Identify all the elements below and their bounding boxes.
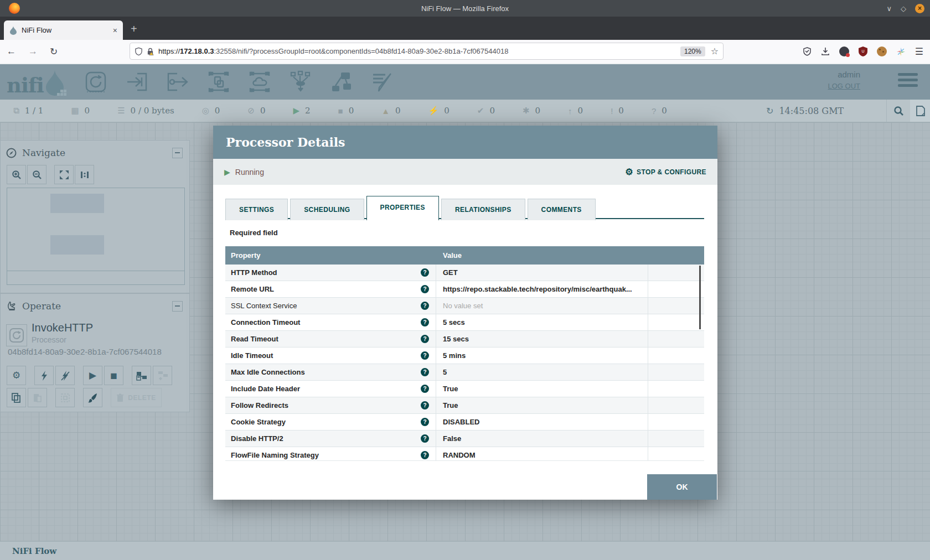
table-row[interactable]: FlowFile Naming Strategy? RANDOM [225, 447, 704, 461]
table-row[interactable]: Cookie Strategy? DISABLED [225, 414, 704, 431]
pinwheel-extension-icon[interactable] [896, 47, 906, 56]
dialog-tab[interactable]: SETTINGS [225, 199, 288, 220]
status-item: ▦ 0 [71, 106, 90, 116]
help-icon[interactable]: ? [421, 285, 429, 293]
group-icon [60, 393, 70, 403]
firefox-menu-button[interactable]: ☰ [915, 46, 923, 58]
table-row[interactable]: SSL Context Service? No value set [225, 298, 704, 314]
table-row[interactable]: Include Date Header? True [225, 381, 704, 397]
zoom-actual-size-button[interactable] [75, 165, 94, 184]
start-button[interactable]: ▶ [83, 366, 102, 385]
shield-permissions-icon[interactable] [135, 47, 143, 56]
color-button[interactable] [83, 388, 102, 407]
table-scrollbar[interactable] [699, 266, 701, 329]
window-maximize-icon[interactable]: ◇ [901, 4, 906, 13]
group-button[interactable] [55, 388, 75, 407]
property-value: True [436, 397, 648, 413]
zoom-fit-button[interactable] [54, 165, 74, 184]
bulletin-board-button[interactable] [910, 100, 930, 122]
cookie-extension-icon[interactable] [877, 46, 887, 56]
help-icon[interactable]: ? [421, 368, 429, 376]
table-row[interactable]: Idle Timeout? 5 mins [225, 348, 704, 364]
status-item: ⧉ 1 / 1 [13, 106, 43, 116]
downloads-icon[interactable] [821, 47, 830, 56]
table-row[interactable]: Max Idle Connections? 5 [225, 364, 704, 381]
status-icon: ☰ [117, 106, 125, 116]
status-item: ■ 0 [338, 106, 354, 116]
property-name: Connection Timeout [231, 318, 421, 326]
table-row[interactable]: Remote URL? https://repo.stackable.tech/… [225, 281, 704, 298]
url-text[interactable]: https://172.18.0.3:32558/nifi/?processGr… [158, 47, 680, 55]
property-name: SSL Context Service [231, 302, 421, 310]
configure-button[interactable]: ⚙ [7, 366, 26, 385]
ok-button[interactable]: OK [647, 474, 717, 500]
help-icon[interactable]: ? [421, 385, 429, 393]
help-icon[interactable]: ? [421, 335, 429, 343]
help-icon[interactable]: ? [421, 401, 429, 409]
url-bar[interactable]: https://172.18.0.3:32558/nifi/?processGr… [130, 43, 724, 60]
birdseye-minimap[interactable] [7, 188, 185, 285]
drag-funnel-icon[interactable] [288, 69, 313, 95]
help-icon[interactable]: ? [421, 434, 429, 443]
window-minimize-icon[interactable]: ∨ [886, 4, 892, 13]
help-icon[interactable]: ? [421, 451, 429, 459]
search-button[interactable] [886, 100, 910, 122]
zoom-out-button[interactable] [27, 165, 46, 184]
help-icon[interactable]: ? [421, 351, 429, 360]
stop-button[interactable]: ■ [104, 366, 123, 385]
new-tab-button[interactable]: + [131, 23, 137, 34]
nifi-drop-icon [44, 69, 69, 97]
forward-button[interactable]: → [28, 46, 38, 57]
help-icon[interactable]: ? [421, 318, 429, 326]
drag-processor-icon[interactable] [83, 69, 108, 95]
bookmark-star-icon[interactable]: ☆ [711, 46, 719, 56]
disable-button[interactable] [55, 366, 75, 385]
delete-button[interactable]: DELETE [111, 388, 162, 407]
drag-remote-process-group-icon[interactable] [247, 69, 272, 95]
reload-button[interactable]: ↻ [50, 46, 58, 58]
navigate-collapse-button[interactable] [172, 148, 183, 158]
window-close-button[interactable]: × [915, 4, 924, 13]
back-button[interactable]: ← [7, 46, 16, 57]
stop-and-configure-button[interactable]: ⚙ STOP & CONFIGURE [625, 167, 706, 177]
required-field-note: Required field [230, 229, 278, 237]
drag-input-port-icon[interactable] [124, 69, 149, 95]
page-zoom-badge[interactable]: 120% [680, 46, 705, 56]
help-icon[interactable]: ? [421, 302, 429, 310]
drag-process-group-icon[interactable] [206, 69, 231, 95]
dialog-tab[interactable]: COMMENTS [528, 199, 596, 220]
help-icon[interactable]: ? [421, 268, 429, 277]
table-row[interactable]: Read Timeout? 15 secs [225, 331, 704, 348]
paste-button[interactable] [28, 388, 47, 407]
lock-warning-icon[interactable] [147, 47, 154, 56]
refresh-icon[interactable]: ↻ [766, 106, 773, 116]
status-item: ? 0 [652, 106, 667, 116]
table-row[interactable]: Disable HTTP/2? False [225, 431, 704, 447]
dialog-tab[interactable]: PROPERTIES [366, 196, 439, 220]
drag-output-port-icon[interactable] [165, 69, 190, 95]
table-row[interactable]: Follow Redirects? True [225, 397, 704, 414]
drag-label-icon[interactable] [370, 69, 395, 95]
upload-template-button[interactable] [153, 366, 172, 385]
containers-extension-icon[interactable] [839, 46, 849, 56]
breadcrumb[interactable]: NiFi Flow [12, 546, 56, 556]
copy-button[interactable] [7, 388, 26, 407]
table-row[interactable]: HTTP Method? GET [225, 265, 704, 281]
enable-button[interactable] [34, 366, 54, 385]
logout-link[interactable]: LOG OUT [828, 82, 860, 90]
browser-tab[interactable]: NiFi Flow × [4, 20, 123, 40]
nifi-menu-button[interactable] [898, 73, 918, 87]
help-icon[interactable]: ? [421, 418, 429, 426]
table-row[interactable]: Connection Timeout? 5 secs [225, 314, 704, 331]
status-icon: ▲ [381, 106, 390, 116]
dialog-tab[interactable]: RELATIONSHIPS [441, 199, 525, 220]
pocket-icon[interactable] [803, 47, 812, 56]
dialog-tab[interactable]: SCHEDULING [290, 199, 364, 220]
tab-close-icon[interactable]: × [113, 26, 117, 35]
drag-template-icon[interactable] [329, 69, 354, 95]
status-value: 0 [444, 106, 450, 116]
ublock-extension-icon[interactable]: U [859, 46, 867, 56]
operate-collapse-button[interactable] [172, 301, 183, 312]
zoom-in-button[interactable] [7, 165, 26, 184]
create-template-button[interactable] [132, 366, 151, 385]
